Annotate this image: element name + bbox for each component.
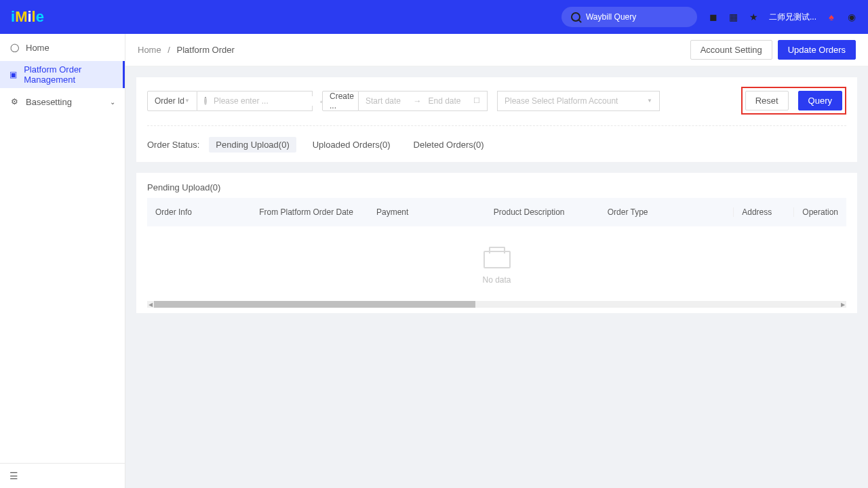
empty-icon bbox=[484, 251, 511, 268]
orderid-input-wrap: ⤢ bbox=[197, 91, 313, 111]
arrow-right-icon: → bbox=[414, 96, 422, 106]
query-highlight-box: Reset Query bbox=[741, 87, 846, 115]
chevron-down-icon: ⌄ bbox=[110, 98, 115, 106]
table-title: Pending Upload(0) bbox=[147, 182, 846, 192]
col-address: Address bbox=[733, 207, 793, 217]
order-status-label: Order Status: bbox=[147, 140, 199, 150]
col-product: Product Description bbox=[486, 207, 599, 217]
table-header: Order Info From Platform Order Date Paym… bbox=[147, 198, 846, 226]
empty-text: No data bbox=[147, 275, 846, 285]
col-order-info: Order Info bbox=[147, 207, 251, 217]
col-payment: Payment bbox=[368, 207, 486, 217]
orderid-filter: Order Id ▼ ⤢ bbox=[147, 91, 313, 111]
col-order-date: From Platform Order Date bbox=[251, 207, 368, 217]
col-operation: Operation bbox=[793, 207, 846, 217]
date-range-input[interactable]: → ☐ bbox=[359, 91, 488, 111]
sidebar: ◯ Home ▣ Platform Order Management ⚙ Bas… bbox=[0, 34, 125, 488]
end-date-input[interactable] bbox=[429, 96, 470, 106]
update-orders-button[interactable]: Update Orders bbox=[778, 40, 856, 60]
account-setting-button[interactable]: Account Setting bbox=[690, 40, 772, 60]
start-date-input[interactable] bbox=[366, 96, 407, 106]
globe-icon[interactable]: ◉ bbox=[846, 12, 857, 22]
scroll-right-icon[interactable]: ▶ bbox=[841, 302, 845, 308]
star-icon[interactable]: ★ bbox=[749, 12, 760, 22]
caret-down-icon: ▼ bbox=[647, 98, 652, 104]
status-tab-uploaded[interactable]: Uploaded Orders(0) bbox=[306, 137, 397, 152]
caret-down-icon: ▼ bbox=[184, 98, 190, 104]
waybill-search-label: Waybill Query bbox=[586, 12, 636, 22]
date-type-select[interactable]: Create ... bbox=[322, 91, 359, 111]
sidebar-item-label: Home bbox=[26, 43, 50, 53]
topbar: Home / Platform Order Account Setting Up… bbox=[125, 34, 868, 66]
horizontal-scrollbar[interactable]: ◀ ▶ bbox=[147, 301, 846, 308]
col-order-type: Order Type bbox=[599, 207, 733, 217]
scrollbar-thumb[interactable] bbox=[154, 301, 475, 308]
grid-icon[interactable]: ▦ bbox=[728, 12, 739, 22]
sidebar-item-home[interactable]: ◯ Home bbox=[0, 34, 125, 61]
gear-icon: ⚙ bbox=[9, 97, 19, 106]
logo: iMile bbox=[11, 8, 44, 26]
main-content: Home / Platform Order Account Setting Up… bbox=[125, 34, 868, 488]
date-filter: Create ... → ☐ bbox=[322, 91, 488, 111]
order-icon: ▣ bbox=[9, 70, 17, 79]
app-header: iMile Waybill Query ◼ ▦ ★ 二师兄测试... ♠ ◉ bbox=[0, 0, 868, 34]
query-button[interactable]: Query bbox=[798, 91, 842, 110]
reset-button[interactable]: Reset bbox=[745, 91, 789, 110]
loading-icon bbox=[204, 97, 207, 105]
waybill-search[interactable]: Waybill Query bbox=[561, 7, 697, 27]
orderid-type-select[interactable]: Order Id ▼ bbox=[147, 91, 197, 111]
platform-account-select[interactable]: Please Select Platform Account ▼ bbox=[497, 91, 660, 111]
table-panel: Pending Upload(0) Order Info From Platfo… bbox=[136, 173, 857, 313]
header-icons: ◼ ▦ ★ 二师兄测试... ♠ ◉ bbox=[708, 12, 857, 23]
sidebar-item-platform-order[interactable]: ▣ Platform Order Management bbox=[0, 61, 125, 88]
status-tab-deleted[interactable]: Deleted Orders(0) bbox=[407, 137, 491, 152]
orderid-input[interactable] bbox=[214, 96, 315, 106]
sidebar-item-basesetting[interactable]: ⚙ Basesetting ⌄ bbox=[0, 88, 125, 115]
empty-state: No data bbox=[147, 226, 846, 301]
collapse-sidebar-button[interactable]: ☰ bbox=[9, 470, 18, 481]
home-icon: ◯ bbox=[9, 43, 19, 52]
calendar-icon: ☐ bbox=[473, 96, 480, 105]
order-status-row: Order Status: Pending Upload(0) Uploaded… bbox=[147, 137, 846, 152]
sidebar-item-label: Platform Order Management bbox=[24, 64, 113, 85]
breadcrumb-sep: / bbox=[167, 45, 170, 55]
scroll-left-icon[interactable]: ◀ bbox=[149, 302, 153, 308]
divider bbox=[147, 125, 846, 126]
status-tab-pending[interactable]: Pending Upload(0) bbox=[209, 137, 296, 152]
breadcrumb-current: Platform Order bbox=[177, 45, 235, 55]
sidebar-item-label: Basesetting bbox=[26, 97, 72, 107]
notification-icon[interactable]: ♠ bbox=[826, 12, 837, 22]
search-icon bbox=[571, 12, 580, 22]
username-label[interactable]: 二师兄测试... bbox=[769, 12, 816, 23]
filter-panel: Order Id ▼ ⤢ Create ... bbox=[136, 77, 857, 162]
folder-icon[interactable]: ◼ bbox=[708, 12, 719, 22]
breadcrumb-home[interactable]: Home bbox=[138, 45, 161, 55]
breadcrumb: Home / Platform Order bbox=[138, 45, 235, 55]
